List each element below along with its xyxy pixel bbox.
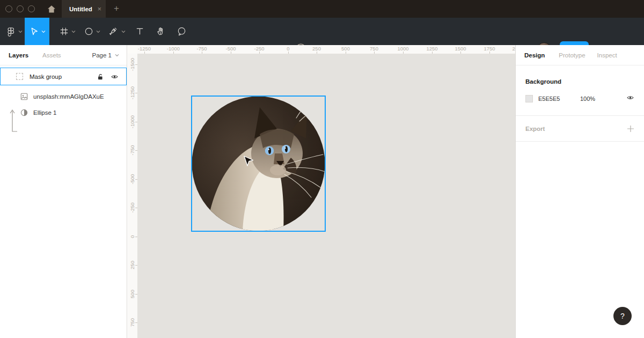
ruler-tick [432, 52, 433, 54]
move-cursor-icon [29, 26, 39, 36]
chevron-down-icon [96, 30, 100, 33]
shape-tool-button[interactable] [80, 18, 103, 45]
ruler-label: -250 [129, 202, 135, 212]
ruler-tick [489, 52, 490, 54]
ruler-label: 1250 [426, 46, 437, 52]
ruler-label: -750 [129, 145, 135, 155]
pen-tool-button[interactable] [105, 18, 129, 45]
main-menu-button[interactable] [3, 18, 25, 45]
ruler-tick [231, 52, 231, 54]
toolbar: Drafts / Untitled Share 22% [0, 18, 644, 45]
ellipse-shape-icon [84, 26, 94, 36]
help-button[interactable]: ? [613, 307, 632, 325]
ruler-tick [135, 150, 137, 151]
chevron-down-icon [71, 30, 76, 33]
ruler-tick [135, 237, 137, 237]
image-icon [20, 93, 28, 100]
file-tab-title: Untitled [69, 6, 97, 12]
chevron-down-icon [41, 30, 46, 33]
ruler-label: 1000 [397, 46, 408, 52]
pointer-cursor [243, 155, 254, 167]
ruler-label: -1000 [167, 46, 180, 52]
tab-prototype[interactable]: Prototype [559, 52, 585, 58]
window-minimize-button[interactable] [17, 5, 24, 12]
background-visibility-toggle[interactable] [626, 94, 634, 104]
ruler-tick [135, 93, 137, 93]
ruler-label: -1250 [138, 46, 151, 52]
ruler-label: -500 [225, 46, 236, 52]
ruler-tick [374, 52, 375, 54]
page-selector[interactable]: Page 1 [92, 52, 119, 58]
ruler-vertical: -1500-1250-1000-750-500-2500250500750 [128, 45, 137, 338]
text-tool-button[interactable] [131, 18, 148, 45]
add-export-button[interactable] [627, 125, 634, 133]
ruler-label: -1500 [129, 58, 135, 71]
window-close-button[interactable] [5, 5, 12, 12]
layers-panel: Layers Assets Page 1 Mask group [0, 45, 127, 338]
ruler-label: 750 [370, 46, 378, 52]
frame-icon [59, 26, 69, 36]
visibility-eye-icon[interactable] [111, 73, 119, 80]
ruler-tick [135, 179, 137, 180]
move-tool-button[interactable] [25, 18, 49, 45]
ruler-horizontal: -1250-1000-750-500-250025050075010001250… [128, 45, 515, 54]
ruler-tick [135, 64, 137, 65]
export-heading: Export [525, 126, 627, 132]
mask-relation-arrow-icon [9, 107, 20, 135]
pen-icon [109, 26, 119, 36]
ruler-label: -1250 [129, 86, 135, 99]
chevron-down-icon [115, 54, 119, 57]
layer-row-mask-group[interactable]: Mask group [0, 68, 127, 85]
ruler-label: 1750 [484, 46, 495, 52]
page-selector-label: Page 1 [92, 52, 112, 58]
ellipse-mask-icon [20, 109, 28, 116]
ruler-tick [346, 52, 346, 54]
layer-name: unsplash:mmAGlgDAXuE [33, 93, 104, 100]
home-button[interactable] [46, 4, 57, 14]
ruler-label: 250 [312, 46, 321, 52]
background-heading: Background [525, 65, 634, 85]
ruler-tick [173, 52, 174, 54]
export-section: Export [516, 116, 644, 142]
ruler-corner [128, 45, 137, 54]
comment-tool-button[interactable] [173, 18, 190, 45]
ruler-tick [460, 52, 461, 54]
mask-group-icon [16, 73, 23, 80]
ruler-tick [135, 294, 137, 295]
selection-bounding-box[interactable] [191, 95, 326, 232]
chevron-down-icon [121, 30, 126, 33]
layer-name: Mask group [30, 74, 90, 80]
canvas-viewport[interactable]: -1250-1000-750-500-250025050075010001250… [128, 45, 515, 338]
ruler-tick [202, 52, 202, 54]
unlock-icon[interactable] [97, 73, 104, 80]
ruler-label: 750 [129, 318, 135, 327]
tab-layers[interactable]: Layers [9, 52, 28, 58]
frame-tool-button[interactable] [56, 18, 78, 45]
hand-tool-button[interactable] [152, 18, 170, 45]
color-hex-value[interactable]: E5E5E5 [538, 95, 566, 102]
background-section: Background E5E5E5 100% [516, 65, 644, 115]
ruler-tick [135, 122, 137, 122]
color-opacity-value[interactable]: 100% [580, 95, 595, 102]
hand-icon [156, 26, 166, 36]
window-controls [5, 5, 35, 12]
tab-close-icon[interactable]: × [97, 5, 101, 12]
ruler-label: 0 [287, 46, 289, 52]
file-tab[interactable]: Untitled × [62, 0, 106, 18]
tab-assets[interactable]: Assets [42, 52, 61, 58]
color-swatch[interactable] [525, 95, 533, 102]
ruler-tick [135, 265, 137, 266]
comment-bubble-icon [177, 26, 187, 36]
ruler-tick [403, 52, 404, 54]
chevron-down-icon [18, 30, 23, 33]
tab-inspect[interactable]: Inspect [597, 52, 617, 58]
ruler-label: 500 [341, 46, 350, 52]
properties-panel-header: Design Prototype Inspect [516, 45, 644, 65]
tab-design[interactable]: Design [524, 52, 545, 58]
new-tab-button[interactable]: + [110, 2, 123, 15]
layer-row-image[interactable]: unsplash:mmAGlgDAXuE [0, 89, 127, 105]
ruler-label: -750 [196, 46, 207, 52]
ruler-tick [317, 52, 317, 54]
window-zoom-button[interactable] [28, 5, 35, 12]
ruler-label: 0 [129, 235, 135, 238]
